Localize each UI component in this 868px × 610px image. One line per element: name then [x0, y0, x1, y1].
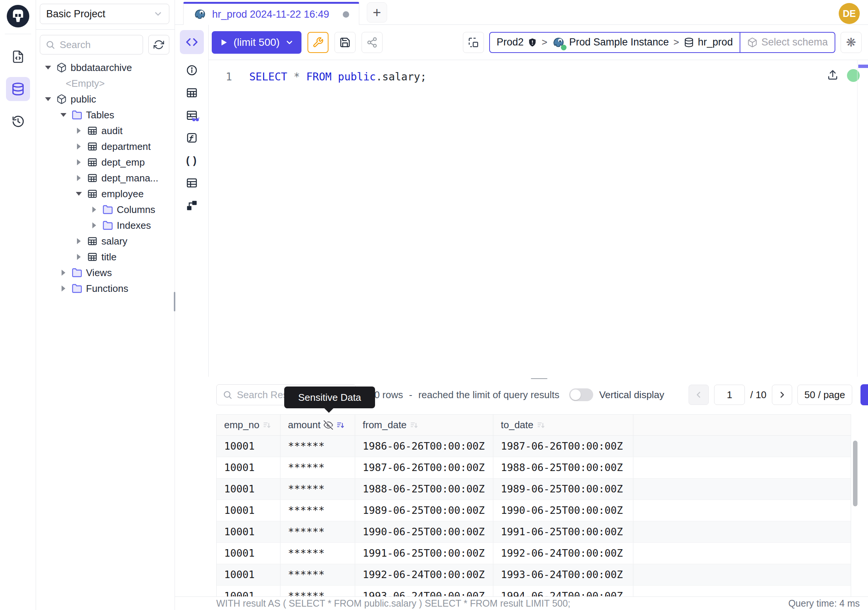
share-sheet-button[interactable] — [361, 32, 383, 53]
table-row[interactable]: 10001 ****** 1986-06-26T00:00:00Z 1987-0… — [217, 436, 851, 457]
tree-item[interactable]: Functions — [36, 281, 175, 296]
cell-from-date[interactable]: 1987-06-26T00:00:00Z — [355, 457, 493, 478]
cell-emp-no[interactable]: 10001 — [217, 522, 281, 542]
cell-from-date[interactable]: 1992-06-24T00:00:00Z — [355, 564, 493, 585]
tree-item[interactable]: department — [36, 139, 175, 154]
eye-off-masked-icon[interactable] — [324, 420, 333, 430]
prev-page-button[interactable] — [688, 385, 709, 405]
sidebar-resize-handle[interactable] — [174, 292, 175, 311]
cell-amount-masked[interactable]: ****** — [281, 457, 355, 478]
tree-expand-arrow[interactable] — [60, 107, 67, 123]
cell-from-date[interactable]: 1990-06-25T00:00:00Z — [355, 522, 493, 542]
panel-resize-grip[interactable] — [531, 377, 547, 380]
cell-emp-no[interactable]: 10001 — [217, 457, 281, 478]
tree-item[interactable]: Indexes — [36, 217, 175, 233]
batch-query-button[interactable] — [463, 32, 484, 53]
save-sheet-button[interactable] — [335, 32, 355, 53]
tree-expand-arrow[interactable] — [75, 249, 82, 265]
cell-emp-no[interactable]: 10001 — [217, 585, 281, 596]
cell-amount-masked[interactable]: ****** — [281, 543, 355, 564]
tree-expand-arrow[interactable] — [44, 91, 52, 107]
masked-data-panel-button[interactable] — [186, 109, 198, 122]
cell-from-date[interactable]: 1989-06-25T00:00:00Z — [355, 500, 493, 521]
column-header-to-date[interactable]: to_date — [493, 415, 633, 435]
functions-panel-button[interactable] — [186, 132, 198, 144]
tree-expand-arrow[interactable] — [75, 123, 82, 139]
table-row[interactable]: 10001 ****** 1989-06-25T00:00:00Z 1990-0… — [217, 500, 851, 521]
cell-from-date[interactable]: 1988-06-25T00:00:00Z — [355, 478, 493, 500]
tree-expand-arrow[interactable] — [90, 202, 98, 217]
tree-item[interactable]: employee — [36, 186, 175, 202]
cell-amount-masked[interactable]: ****** — [281, 585, 355, 596]
tree-item[interactable]: dept_emp — [36, 154, 175, 170]
cell-to-date[interactable]: 1991-06-25T00:00:00Z — [493, 522, 633, 542]
sort-icon[interactable] — [336, 421, 345, 430]
cell-emp-no[interactable]: 10001 — [217, 500, 281, 521]
sql-editor-mode-button[interactable] — [180, 30, 204, 54]
export-results-button[interactable] — [860, 384, 868, 405]
select-schema-button[interactable]: Select schema — [739, 32, 835, 53]
procedures-panel-button[interactable]: ( ) — [186, 154, 198, 167]
cell-amount-masked[interactable]: ****** — [281, 500, 355, 521]
tables-panel-button[interactable] — [186, 86, 198, 99]
worksheet-tab[interactable]: hr_prod 2024-11-22 16:49 — [183, 2, 359, 25]
cell-amount-masked[interactable]: ****** — [281, 522, 355, 542]
cell-to-date[interactable]: 1988-06-25T00:00:00Z — [493, 457, 633, 478]
bytebase-logo-icon[interactable] — [6, 5, 29, 28]
tree-expand-arrow[interactable] — [75, 170, 82, 186]
cell-to-date[interactable]: 1993-06-24T00:00:00Z — [493, 564, 633, 585]
sort-icon[interactable] — [536, 421, 546, 430]
column-header-amount[interactable]: amount — [281, 415, 355, 435]
cell-to-date[interactable]: 1990-06-25T00:00:00Z — [493, 500, 633, 521]
next-page-button[interactable] — [772, 385, 792, 405]
tree-expand-arrow[interactable] — [90, 217, 98, 233]
tree-item[interactable]: title — [36, 249, 175, 265]
tree-item[interactable]: audit — [36, 123, 175, 139]
tree-item[interactable]: <Empty> — [36, 76, 175, 91]
cell-amount-masked[interactable]: ****** — [281, 478, 355, 500]
tree-expand-arrow[interactable] — [44, 60, 52, 76]
table-row[interactable]: 10001 ****** 1991-06-25T00:00:00Z 1992-0… — [217, 542, 851, 564]
user-avatar[interactable]: DE — [839, 3, 860, 24]
worksheet-nav-button[interactable] — [6, 45, 30, 69]
schema-diagram-button[interactable] — [186, 199, 198, 212]
cell-emp-no[interactable]: 10001 — [217, 564, 281, 585]
vertical-display-toggle[interactable] — [569, 388, 593, 401]
database-nav-button[interactable] — [6, 77, 30, 101]
info-panel-button[interactable] — [186, 64, 198, 77]
table-row[interactable]: 10001 ****** 1987-06-26T00:00:00Z 1988-0… — [217, 457, 851, 478]
tree-item[interactable]: salary — [36, 233, 175, 249]
ai-assistant-button[interactable]: ❋ — [841, 32, 862, 53]
table-row[interactable]: 10001 ****** 1988-06-25T00:00:00Z 1989-0… — [217, 478, 851, 500]
history-nav-button[interactable] — [6, 109, 30, 133]
tree-item[interactable]: bbdataarchive — [36, 60, 175, 76]
sql-code-line[interactable]: 1 SELECT * FROM public.salary; — [209, 60, 868, 85]
tree-expand-arrow[interactable] — [60, 265, 67, 281]
cell-emp-no[interactable]: 10001 — [217, 543, 281, 564]
cell-from-date[interactable]: 1993-06-24T00:00:00Z — [355, 585, 493, 596]
cell-to-date[interactable]: 1987-06-26T00:00:00Z — [493, 436, 633, 457]
cell-to-date[interactable]: 1994-06-24T00:00:00Z — [493, 585, 633, 596]
editor-scrollbar-track[interactable] — [857, 60, 857, 377]
tree-item[interactable]: Columns — [36, 202, 175, 217]
tree-item[interactable]: public — [36, 91, 175, 107]
tree-expand-arrow[interactable] — [60, 281, 67, 296]
format-sql-button[interactable] — [307, 32, 329, 53]
new-tab-button[interactable]: + — [367, 2, 387, 23]
tree-item[interactable]: dept_mana... — [36, 170, 175, 186]
connection-context-button[interactable]: Prod2 > Prod Sample Instance — [489, 32, 740, 53]
tree-expand-arrow[interactable] — [58, 76, 66, 91]
column-header-emp-no[interactable]: emp_no — [217, 415, 281, 435]
cell-from-date[interactable]: 1991-06-25T00:00:00Z — [355, 543, 493, 564]
run-options-chevron-icon[interactable] — [285, 38, 294, 47]
cell-to-date[interactable]: 1989-06-25T00:00:00Z — [493, 478, 633, 500]
sort-icon[interactable] — [262, 421, 271, 430]
cell-emp-no[interactable]: 10001 — [217, 436, 281, 457]
cell-emp-no[interactable]: 10001 — [217, 478, 281, 500]
table-row[interactable]: 10001 ****** 1990-06-25T00:00:00Z 1991-0… — [217, 521, 851, 542]
run-query-button[interactable]: (limit 500) — [212, 31, 301, 54]
refresh-schema-button[interactable] — [148, 35, 169, 54]
tree-expand-arrow[interactable] — [75, 186, 82, 202]
external-tables-panel-button[interactable] — [186, 177, 198, 189]
project-select[interactable]: Basic Project — [40, 4, 169, 24]
